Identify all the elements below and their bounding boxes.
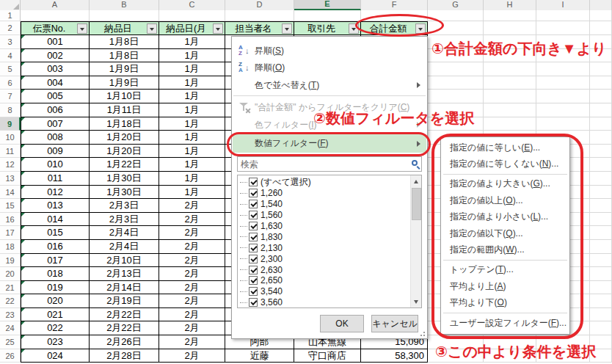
row-number[interactable]: 17	[0, 226, 21, 240]
cell[interactable]	[225, 10, 294, 21]
cell[interactable]	[590, 158, 612, 172]
cell-nohin-month[interactable]: 1月	[159, 186, 225, 200]
search-input[interactable]	[237, 156, 422, 172]
cell-nohin-date[interactable]: 1月10日	[90, 90, 159, 103]
column-letter[interactable]: E	[294, 0, 361, 10]
cell-denpyo-no[interactable]: 010	[21, 158, 90, 172]
cell[interactable]	[590, 226, 612, 240]
cancel-button[interactable]: キャンセル	[371, 315, 418, 332]
cell[interactable]	[294, 10, 361, 21]
cell[interactable]	[428, 62, 484, 76]
filter-button[interactable]	[282, 23, 292, 34]
column-letter-partial[interactable]	[590, 0, 612, 10]
cell-nohin-month[interactable]: 1月	[159, 172, 225, 186]
cell[interactable]	[484, 103, 536, 117]
cell-denpyo-no[interactable]: 007	[21, 117, 90, 131]
cell-nohin-date[interactable]: 1月9日	[90, 62, 159, 76]
column-letter[interactable]: A	[21, 0, 90, 10]
cell[interactable]	[590, 308, 612, 322]
row-number[interactable]: 19	[0, 254, 21, 268]
row-number[interactable]: 3	[0, 35, 21, 49]
cell-denpyo-no[interactable]: 023	[21, 335, 90, 349]
cell-nohin-date[interactable]: 1月20日	[90, 145, 159, 159]
cell[interactable]	[484, 21, 536, 35]
row-number[interactable]: 15	[0, 199, 21, 213]
cell[interactable]	[536, 21, 590, 35]
checkbox-checked[interactable]	[249, 211, 258, 219]
cell-nohin-month[interactable]: 1月	[159, 49, 225, 63]
filter-button[interactable]	[213, 23, 223, 34]
cell[interactable]	[590, 117, 612, 131]
cell[interactable]	[428, 90, 484, 103]
row-number[interactable]: 11	[0, 145, 21, 159]
cell[interactable]	[536, 10, 590, 21]
cell-nohin-date[interactable]: 2月19日	[90, 294, 159, 308]
cell[interactable]	[590, 186, 612, 200]
checkbox-list-item[interactable]: 1,830	[240, 231, 409, 242]
cell[interactable]	[590, 62, 612, 76]
cell-denpyo-no[interactable]: 012	[21, 186, 90, 200]
checkbox-list-item[interactable]: 2,630	[240, 264, 409, 275]
cell-denpyo-no[interactable]: 003	[21, 62, 90, 76]
checkbox-list-item[interactable]: 2,300	[240, 253, 409, 264]
column-letter[interactable]: G	[428, 0, 484, 10]
row-number[interactable]: 8	[0, 103, 21, 117]
cell-denpyo-no[interactable]: 004	[21, 76, 90, 90]
cell-denpyo-no[interactable]: 018	[21, 267, 90, 281]
cell-denpyo-no[interactable]: 017	[21, 254, 90, 268]
checkbox-list-item[interactable]: 1,540	[240, 199, 409, 210]
cell-nohin-date[interactable]: 2月22日	[90, 321, 159, 335]
table-header-cell[interactable]: 伝票No.	[21, 21, 90, 35]
scrollbar[interactable]	[410, 175, 421, 307]
column-letter[interactable]: F	[361, 0, 428, 10]
cell[interactable]	[590, 90, 612, 103]
cell-torihikisaki[interactable]: 守口商店	[294, 349, 361, 363]
cell[interactable]	[590, 76, 612, 90]
cell[interactable]	[590, 254, 612, 268]
cell[interactable]	[590, 131, 612, 145]
table-header-cell[interactable]: 担当者名	[225, 21, 294, 35]
cell-nohin-date[interactable]: 2月28日	[90, 349, 159, 363]
column-letter[interactable]: D	[225, 0, 294, 10]
cell-nohin-month[interactable]: 1月	[159, 117, 225, 131]
cell[interactable]	[484, 10, 536, 21]
cell-nohin-month[interactable]: 1月	[159, 35, 225, 49]
cell-nohin-month[interactable]: 2月	[159, 308, 225, 322]
cell-denpyo-no[interactable]: 020	[21, 294, 90, 308]
cell[interactable]	[590, 10, 612, 21]
cell-nohin-date[interactable]: 1月30日	[90, 186, 159, 200]
row-number[interactable]: 10	[0, 131, 21, 145]
scrollbar-thumb[interactable]	[412, 188, 421, 220]
cell[interactable]	[159, 10, 225, 21]
cell-nohin-month[interactable]: 2月	[159, 349, 225, 363]
cell-denpyo-no[interactable]: 011	[21, 172, 90, 186]
filter-button[interactable]	[77, 23, 87, 34]
cell[interactable]	[590, 294, 612, 308]
cell-denpyo-no[interactable]: 001	[21, 35, 90, 49]
cell-nohin-date[interactable]: 1月20日	[90, 131, 159, 145]
checkbox-checked[interactable]	[249, 244, 258, 252]
column-letter[interactable]: B	[90, 0, 159, 10]
cell-denpyo-no[interactable]: 008	[21, 131, 90, 145]
cell-nohin-month[interactable]: 1月	[159, 62, 225, 76]
cell-denpyo-no[interactable]: 021	[21, 308, 90, 322]
row-number[interactable]: 26	[0, 349, 21, 363]
cell[interactable]	[90, 10, 159, 21]
row-number[interactable]: 24	[0, 321, 21, 335]
row-number[interactable]: 7	[0, 90, 21, 103]
cell-nohin-date[interactable]: 2月3日	[90, 213, 159, 227]
cell[interactable]	[484, 76, 536, 90]
checkbox-checked[interactable]	[249, 266, 258, 274]
row-number[interactable]: 21	[0, 281, 21, 295]
row-number[interactable]: 18	[0, 240, 21, 254]
cell-denpyo-no[interactable]: 014	[21, 213, 90, 227]
cell-nohin-date[interactable]: 2月22日	[90, 308, 159, 322]
row-number[interactable]: 16	[0, 213, 21, 227]
cell-nohin-month[interactable]: 2月	[159, 281, 225, 295]
cell-nohin-date[interactable]: 2月13日	[90, 267, 159, 281]
cell-nohin-month[interactable]: 2月	[159, 199, 225, 213]
cell[interactable]	[536, 103, 590, 117]
ok-button[interactable]: OK	[320, 315, 364, 332]
checkbox-checked[interactable]	[249, 287, 258, 296]
cell-nohin-month[interactable]: 1月	[159, 131, 225, 145]
